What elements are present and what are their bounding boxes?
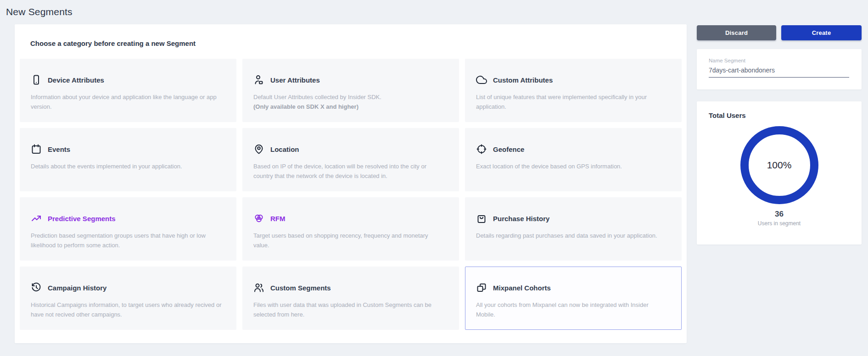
category-title: Device Attributes [48,76,104,84]
map-pin-icon [253,144,264,155]
category-panel: Choose a category before creating a new … [15,24,687,343]
action-buttons: Discard Create [697,25,862,40]
category-title: Location [270,145,299,153]
category-card-user-attributes[interactable]: User Attributes Default User Attributes … [242,59,459,122]
category-description: Information about your device and applic… [31,92,230,111]
category-card-geofence[interactable]: Geofence Exact location of the device ba… [465,128,682,191]
category-description: All your cohorts from Mixpanel can now b… [476,300,676,319]
category-card-custom-segments[interactable]: Custom Segments Files with user data tha… [242,267,459,330]
category-card-predictive-segments[interactable]: Predictive Segments Prediction based seg… [20,197,236,261]
page-title: New Segments [6,6,73,17]
category-card-location[interactable]: Location Based on IP of the device, loca… [242,128,459,191]
transfer-icon [476,282,487,293]
category-description: Historical Campaigns information, to tar… [31,300,230,319]
category-description: Prediction based segmentation groups use… [31,231,230,250]
category-title: Events [48,145,70,153]
category-title: Geofence [493,145,524,153]
category-card-device-attributes[interactable]: Device Attributes Information about your… [20,59,236,122]
category-title: Predictive Segments [48,215,116,222]
category-description: List of unique features that were implem… [476,92,676,111]
category-card-rfm[interactable]: RFM Target users based on shopping recen… [242,197,459,261]
category-description: Exact location of the device based on GP… [476,161,676,171]
total-users-donut-chart: 100% [739,125,820,206]
category-grid: Device Attributes Information about your… [20,59,682,330]
trending-up-icon [31,213,42,224]
total-users-title: Total Users [697,111,862,119]
category-title: Purchase History [493,215,549,222]
cloud-icon [476,74,487,85]
category-description-note: (Only available on SDK X and higher) [253,102,453,111]
category-card-events[interactable]: Events Details about the events implemen… [20,128,236,191]
side-panel: Discard Create Name Segment Total Users … [697,25,862,245]
category-title: Campaign History [48,284,106,292]
calendar-icon [31,144,42,155]
category-title: RFM [270,215,286,222]
users-count-caption: Users in segment [697,220,862,227]
category-description: Default User Attributes collected by Ins… [253,92,453,102]
category-card-campaign-history[interactable]: Campaign History Historical Campaigns in… [20,267,236,330]
category-card-mixpanel-cohorts[interactable]: Mixpanel Cohorts All your cohorts from M… [465,267,682,330]
category-title: Custom Segments [270,284,331,292]
name-segment-input[interactable] [709,67,849,78]
category-description: Files with user data that was uploaded i… [253,300,453,319]
category-description: Target users based on shopping recency, … [253,231,453,250]
category-description: Details regarding past purchases and dat… [476,231,676,240]
create-button[interactable]: Create [781,25,862,40]
category-card-purchase-history[interactable]: Purchase History Details regarding past … [465,197,682,261]
category-card-custom-attributes[interactable]: Custom Attributes List of unique feature… [465,59,682,122]
category-description: Based on IP of the device, location will… [253,161,453,181]
history-clock-icon [31,282,42,293]
users-count: 36 [697,210,862,219]
category-title: Custom Attributes [493,76,553,84]
user-badge-icon [253,74,264,85]
discard-button[interactable]: Discard [697,25,776,40]
name-segment-label: Name Segment [709,58,862,63]
users-icon [253,282,264,293]
donut-percent-label: 100% [739,125,820,206]
category-title: User Attributes [270,76,320,84]
panel-subtitle: Choose a category before creating a new … [15,24,687,48]
category-description: Details about the events implemented in … [31,161,230,171]
venn-diagram-icon [253,213,264,224]
mobile-device-icon [31,74,42,85]
total-users-card: Total Users 100% 36 Users in segment [697,101,862,245]
crosshair-icon [476,144,487,155]
name-segment-card: Name Segment [697,49,862,89]
shopping-bag-icon [476,213,487,224]
category-title: Mixpanel Cohorts [493,284,551,292]
